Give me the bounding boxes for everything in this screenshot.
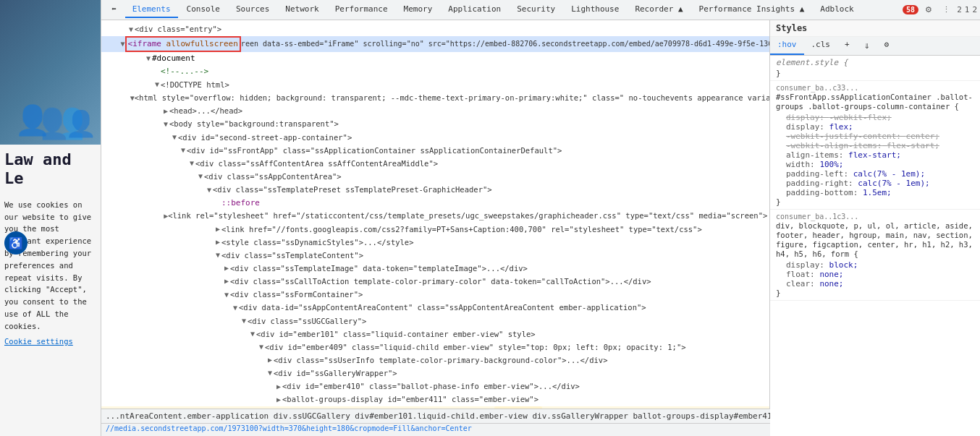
dom-line-10[interactable]: ▼<div class="ssAffContentArea ssAffConte…: [101, 157, 769, 170]
devtools-back-btn[interactable]: ⬅: [104, 1, 124, 18]
indent-space: [171, 328, 179, 341]
devtools-settings-btn[interactable]: ⚙: [921, 4, 936, 16]
indent-space: [162, 157, 171, 170]
toggle-btn[interactable]: ▼: [240, 315, 248, 328]
tag-line: <div class="ssTemplateContent">: [221, 249, 363, 262]
dom-line-15[interactable]: ▶<link href="//fonts.googleapis.com/css2…: [101, 223, 769, 236]
indent-space: [206, 380, 214, 393]
toggle-btn[interactable]: ▶: [266, 354, 274, 367]
dom-line-23[interactable]: ▼<div id="ember101" class="liquid-contai…: [101, 328, 769, 341]
dom-line-13[interactable]: ::before: [101, 197, 769, 210]
indent-space: [110, 223, 119, 236]
toggle-btn[interactable]: ▼: [179, 145, 187, 157]
indent-space: [153, 249, 162, 262]
indent-space: [119, 144, 127, 157]
indent-space: [110, 236, 119, 249]
tab-performance[interactable]: Performance: [328, 1, 395, 18]
styles-tab-down[interactable]: ⇓: [857, 37, 877, 55]
toggle-btn[interactable]: ▼: [162, 119, 169, 131]
indent-space: [136, 197, 145, 210]
indent-space: [223, 354, 232, 367]
dom-line-4[interactable]: ▼<!DOCTYPE html>: [101, 79, 769, 92]
tab-lighthouse[interactable]: Lighthouse: [564, 1, 626, 18]
indent-space: [179, 171, 188, 184]
tab-console[interactable]: Console: [179, 1, 227, 18]
dom-line-18[interactable]: ▶<div class="ssTemplateImage" data-token…: [101, 262, 769, 275]
toggle-btn[interactable]: ▶: [214, 236, 221, 249]
tab-sources[interactable]: Sources: [229, 1, 276, 18]
dom-line-7[interactable]: ▼<body style="background:transparent">: [101, 118, 769, 131]
prop-padding-left: padding-left: calc(7% - 1em);: [776, 169, 974, 179]
dom-line-19[interactable]: ▶<div class="ssCallToAction template-col…: [101, 275, 769, 288]
styles-tab-hov[interactable]: :hov: [770, 37, 804, 55]
tab-elements[interactable]: Elements: [125, 1, 178, 18]
dom-tree[interactable]: ▼<div class="entry"> ▼<iframe allowfulls…: [101, 20, 770, 409]
toggle-btn[interactable]: ▼: [197, 171, 204, 183]
tag-line: <div class="ssUGCGallery">: [248, 315, 366, 328]
toggle-btn[interactable]: ▶: [275, 394, 282, 406]
indent-space: [162, 302, 171, 315]
indent-space: [223, 328, 232, 341]
toggle-btn[interactable]: ▼: [249, 328, 256, 341]
styles-tab-gear[interactable]: ⚙: [876, 37, 896, 55]
dom-line-21[interactable]: ▼<div data-id="ssAppContentAreaContent" …: [101, 302, 769, 315]
tab-network[interactable]: Network: [278, 1, 326, 18]
tab-adblock[interactable]: Adblock: [813, 1, 861, 18]
indent-space: [127, 249, 136, 262]
tab-application[interactable]: Application: [441, 1, 508, 18]
indent-space: [223, 302, 232, 315]
toggle-btn[interactable]: ▶: [214, 223, 221, 236]
tab-memory[interactable]: Memory: [397, 1, 440, 18]
indent-space: [188, 380, 197, 393]
toggle-btn[interactable]: ▼: [145, 53, 152, 65]
toggle-btn[interactable]: ▼: [153, 79, 161, 91]
toggle-btn[interactable]: ▼: [258, 341, 265, 354]
dom-line-22[interactable]: ▼<div class="ssUGCGallery">: [101, 315, 769, 328]
toggle-btn[interactable]: ▼: [188, 158, 195, 170]
accessibility-button[interactable]: ♿: [4, 231, 28, 255]
dom-line-2[interactable]: ▼#document: [101, 52, 769, 65]
dom-line-14[interactable]: ▶<link rel="stylesheet" href="/staticcon…: [101, 210, 769, 223]
toggle-btn[interactable]: ▼: [171, 132, 178, 144]
dom-line-27[interactable]: ▶<div id="ember410" class="ballot-phase-…: [101, 380, 769, 393]
styles-tab-add[interactable]: +: [837, 37, 857, 55]
indent-space: [232, 367, 240, 380]
dom-line-5[interactable]: ▼<html style="overflow: hidden; backgrou…: [101, 92, 769, 105]
styles-tab-cls[interactable]: .cls: [804, 37, 838, 55]
dom-breadcrumb[interactable]: ...ntAreaContent.ember-application div.s…: [101, 409, 770, 423]
dom-line-25[interactable]: ▶<div class="ssUserInfo template-color-p…: [101, 354, 769, 367]
toggle-btn[interactable]: ▼: [214, 249, 221, 262]
dom-line-17[interactable]: ▼<div class="ssTemplateContent">: [101, 249, 769, 262]
dom-line-0[interactable]: ▼<div class="entry">: [101, 23, 769, 36]
toggle-btn[interactable]: ▼: [223, 289, 230, 302]
toggle-btn[interactable]: ▼: [206, 184, 213, 197]
tab-recorder[interactable]: Recorder ▲: [628, 1, 690, 18]
dom-line-11[interactable]: ▼<div class="ssAppContentArea">: [101, 171, 769, 184]
dom-line-20[interactable]: ▼<div class="ssFormContainer">: [101, 288, 769, 302]
toggle-btn[interactable]: ▼: [127, 24, 135, 36]
dom-line-16[interactable]: ▶<style class="ssDynamicStyles">...</sty…: [101, 236, 769, 249]
dom-line-9[interactable]: ▼<div id="ssFrontApp" class="ssApplicati…: [101, 144, 769, 157]
toggle-btn[interactable]: ▶: [223, 262, 230, 275]
icon-count-3: 2: [972, 5, 977, 14]
toggle-btn[interactable]: ▶: [275, 381, 282, 393]
toggle-btn[interactable]: ▶: [162, 106, 169, 118]
devtools-more-btn[interactable]: ⋮: [939, 4, 954, 16]
dom-line-28[interactable]: ▶<ballot-groups-display id="ember411" cl…: [101, 393, 769, 406]
dom-line-1[interactable]: ▼<iframe allowfullscreen reen data-ss-em…: [101, 36, 769, 52]
dom-line-8[interactable]: ▼<div id="second-street-app-container">: [101, 131, 769, 144]
indent-space: [206, 262, 214, 275]
dom-line-3[interactable]: <!--...-->: [101, 65, 769, 78]
dom-line-26[interactable]: ▼<div id="ssGalleryWrapper">: [101, 367, 769, 380]
indent-space: [249, 354, 258, 367]
cookie-settings-link[interactable]: Cookie settings: [0, 337, 77, 346]
toggle-btn[interactable]: ▼: [232, 302, 239, 315]
indent-space: [111, 38, 116, 51]
toggle-btn[interactable]: ▼: [266, 367, 274, 380]
dom-line-12[interactable]: ▼<div class="ssTemplatePreset ssTemplate…: [101, 184, 769, 197]
tab-performance-insights[interactable]: Performance Insights ▲: [692, 1, 812, 18]
toggle-btn[interactable]: ▶: [223, 275, 230, 288]
dom-line-6[interactable]: ▶<head>...</head>: [101, 105, 769, 118]
tab-security[interactable]: Security: [510, 1, 562, 18]
dom-line-24[interactable]: ▼<div id="ember409" class="liquid-child …: [101, 341, 769, 354]
